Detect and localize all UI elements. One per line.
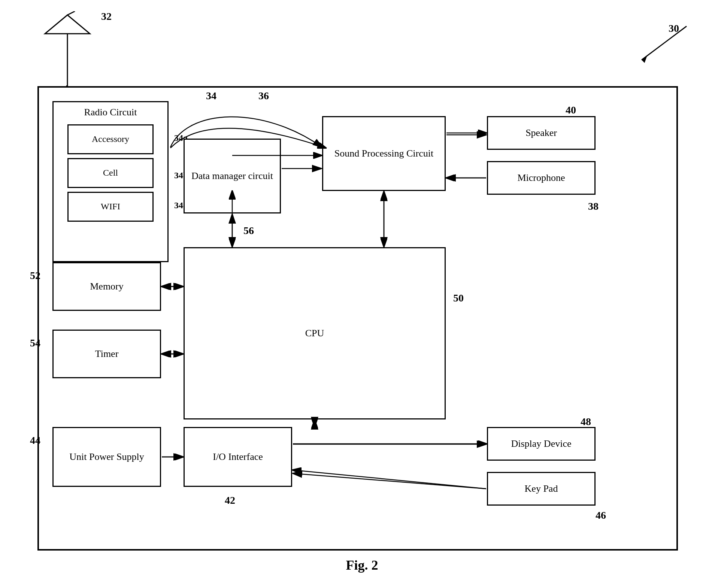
ref-56: 56 <box>243 225 254 237</box>
fig-caption: Fig. 2 <box>0 557 724 573</box>
svg-line-34 <box>293 473 486 489</box>
